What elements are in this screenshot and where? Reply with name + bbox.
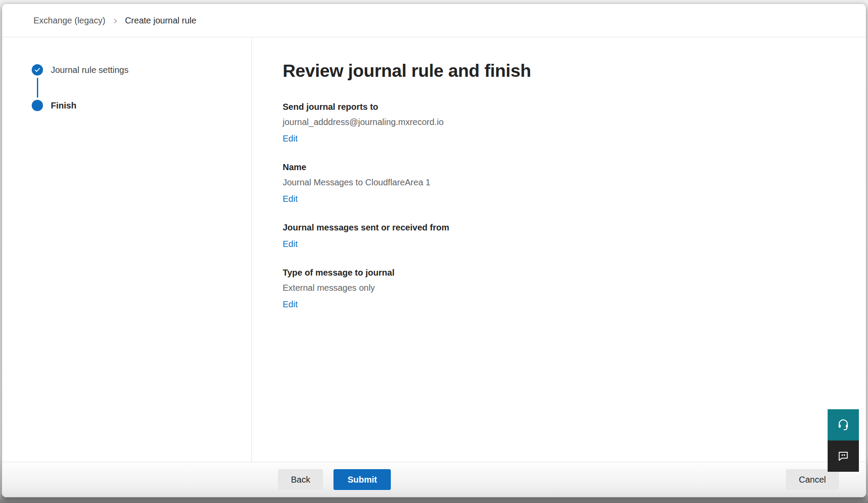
app-window: Exchange (legacy) Create journal rule Jo… bbox=[2, 3, 866, 497]
step-current-dot-icon bbox=[32, 100, 43, 111]
message-type-value: External messages only bbox=[283, 282, 840, 293]
wizard-footer: Back Submit Cancel bbox=[2, 462, 866, 497]
page-title: Review journal rule and finish bbox=[283, 61, 840, 81]
feedback-icon bbox=[837, 449, 850, 464]
rule-name-value: Journal Messages to CloudflareArea 1 bbox=[283, 177, 840, 188]
review-section-journal-messages-scope: Journal messages sent or received from E… bbox=[283, 222, 840, 250]
wizard-step-finish[interactable]: Finish bbox=[32, 100, 251, 111]
review-pane: Review journal rule and finish Send jour… bbox=[252, 37, 866, 462]
step-label: Finish bbox=[51, 101, 76, 111]
back-button[interactable]: Back bbox=[278, 469, 323, 490]
feedback-button[interactable] bbox=[828, 441, 859, 472]
section-label: Send journal reports to bbox=[283, 101, 840, 112]
section-label: Type of message to journal bbox=[283, 267, 840, 278]
headset-icon bbox=[836, 418, 850, 433]
wizard-steps-panel: Journal rule settings Finish bbox=[2, 37, 252, 462]
edit-send-journal-reports-link[interactable]: Edit bbox=[283, 133, 297, 144]
section-label: Name bbox=[283, 161, 840, 173]
step-label: Journal rule settings bbox=[51, 65, 129, 75]
cancel-button[interactable]: Cancel bbox=[786, 469, 839, 490]
breadcrumb-bar: Exchange (legacy) Create journal rule bbox=[2, 4, 866, 37]
footer-primary-actions: Back Submit bbox=[278, 469, 391, 490]
submit-button[interactable]: Submit bbox=[333, 469, 391, 490]
section-label: Journal messages sent or received from bbox=[283, 222, 840, 233]
floating-action-stack bbox=[828, 409, 859, 472]
edit-name-link[interactable]: Edit bbox=[283, 193, 297, 204]
chevron-right-icon bbox=[112, 18, 119, 24]
review-section-name: Name Journal Messages to CloudflareArea … bbox=[283, 161, 840, 204]
support-button[interactable] bbox=[828, 409, 859, 441]
breadcrumb-exchange-legacy[interactable]: Exchange (legacy) bbox=[33, 16, 106, 26]
step-connector-line bbox=[37, 78, 38, 98]
content-row: Journal rule settings Finish Review jour… bbox=[2, 37, 866, 462]
review-section-message-type: Type of message to journal External mess… bbox=[283, 267, 840, 310]
edit-message-type-link[interactable]: Edit bbox=[283, 299, 297, 310]
breadcrumb: Exchange (legacy) Create journal rule bbox=[33, 16, 196, 26]
review-section-send-journal-reports: Send journal reports to journal_adddress… bbox=[283, 101, 840, 144]
wizard-step-journal-rule-settings[interactable]: Journal rule settings bbox=[32, 64, 251, 76]
step-complete-check-icon bbox=[32, 64, 43, 76]
journal-report-address-value: journal_adddress@journaling.mxrecord.io bbox=[283, 116, 840, 128]
breadcrumb-current: Create journal rule bbox=[125, 16, 197, 26]
edit-journal-messages-scope-link[interactable]: Edit bbox=[283, 238, 297, 250]
